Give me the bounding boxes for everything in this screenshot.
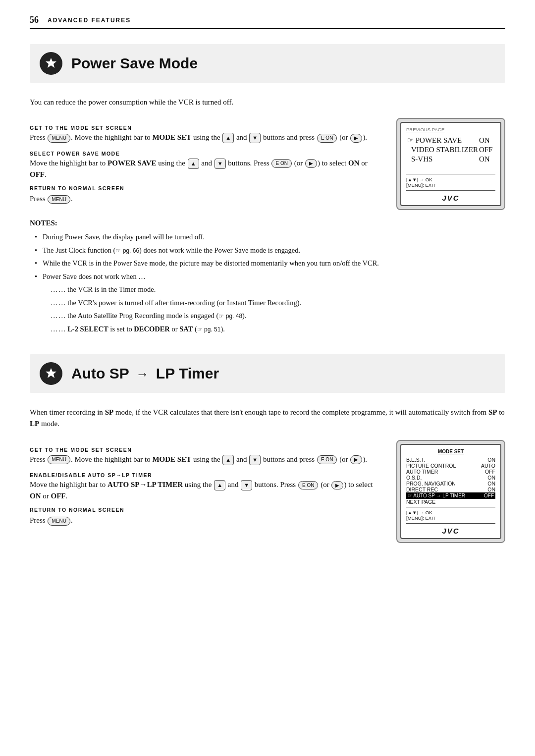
enter-key-s2-2: E ON — [298, 481, 318, 490]
notes-title-1: NOTES: — [30, 219, 505, 227]
screen2-row-autotimer: AUTO TIMER OFF — [406, 469, 495, 475]
screen2-value-autotimer: OFF — [478, 469, 495, 475]
screen2-label-best: B.E.S.T. — [406, 457, 478, 463]
screen2-label-picture: PICTURE CONTROL — [406, 463, 478, 469]
screen1-title: PREVIOUS PAGE — [406, 127, 495, 132]
screen2-label-directrec: DIRECT REC — [406, 486, 478, 492]
section2-screen: MODE SET B.E.S.T. ON PICTURE CONTROL AUT… — [396, 440, 505, 543]
screen2-table: B.E.S.T. ON PICTURE CONTROL AUTO AUTO TI… — [406, 457, 495, 505]
screen2-value-osd: ON — [478, 475, 495, 481]
ok-key-2: ▶ — [305, 159, 317, 168]
menu-key-s2-1: MENU — [48, 455, 70, 464]
screen2-label-autosplp: ☞ AUTO SP → LP TIMER — [406, 492, 478, 499]
section1-steps: GET TO THE MODE SET SCREEN Press MENU. M… — [30, 118, 381, 210]
sub-note-3: … the Auto Satellite Prog Recording mode… — [51, 309, 505, 322]
screen2-nav: [▲▼] → OK[MENU]: EXIT — [406, 507, 495, 521]
sub-note-4: … L-2 SELECT is set to DECODER or SAT (☞… — [51, 323, 505, 335]
step3-body: Press MENU. — [30, 193, 381, 205]
screen1-value-power-save: ON — [479, 136, 493, 145]
page-header: 56 ADVANCED FEATURES — [30, 15, 505, 29]
section1-notes: NOTES: During Power Save, the display pa… — [30, 219, 505, 336]
screen2-label-prognav: PROG. NAVIGATION — [406, 481, 478, 486]
screen2-row-best: B.E.S.T. ON — [406, 457, 495, 463]
enter-key-1: E ON — [317, 134, 337, 143]
notes-list-1: During Power Save, the display panel wil… — [30, 230, 505, 336]
ok-key-1: ▶ — [350, 134, 362, 143]
screen2-row-osd: O.S.D. ON — [406, 475, 495, 481]
screen1-label-video-stab: VIDEO STABILIZER — [407, 146, 478, 154]
screen1-row-power-save: ☞ POWER SAVE ON — [407, 136, 493, 145]
step2-2-body: Move the highlight bar to AUTO SP→LP TIM… — [30, 479, 381, 502]
step2-label: SELECT POWER SAVE MODE — [30, 151, 381, 157]
step1-body: Press MENU. Move the highlight bar to MO… — [30, 132, 381, 143]
screen2-value-directrec: ON — [478, 486, 495, 492]
star-icon-2 — [45, 367, 57, 380]
screen2-value-best: ON — [478, 457, 495, 463]
screen1-value-svhs: ON — [479, 155, 493, 163]
screen2-label-autotimer: AUTO TIMER — [406, 469, 478, 475]
screen2-row-picture: PICTURE CONTROL AUTO — [406, 463, 495, 469]
note-1-4: Power Save does not work when … … the VC… — [35, 270, 505, 336]
note-1-1: During Power Save, the display panel wil… — [35, 230, 505, 243]
screen2-row-prognav: PROG. NAVIGATION ON — [406, 481, 495, 486]
screen2-label-osd: O.S.D. — [406, 475, 478, 481]
ok-key-s2-1: ▶ — [350, 455, 362, 464]
sub-note-1: … the VCR is in the Timer mode. — [51, 283, 505, 296]
screen2-title: MODE SET — [406, 449, 495, 454]
screen1-label-svhs: S-VHS — [407, 155, 478, 163]
menu-key-s2-3: MENU — [48, 517, 70, 526]
step2-2-label: ENABLE/DISABLE AUTO SP→LP TIMER — [30, 472, 381, 478]
step1-label: GET TO THE MODE SET SCREEN — [30, 125, 381, 131]
section2-steps: GET TO THE MODE SET SCREEN Press MENU. M… — [30, 440, 381, 543]
section2-content: GET TO THE MODE SET SCREEN Press MENU. M… — [30, 440, 505, 543]
step2-body: Move the highlight bar to POWER SAVE usi… — [30, 158, 381, 181]
menu-key-1: MENU — [48, 134, 70, 143]
step2-1-label: GET TO THE MODE SET SCREEN — [30, 447, 381, 453]
star-icon-1 — [45, 57, 57, 70]
enter-key-s2-1: E ON — [317, 455, 337, 464]
step3-label: RETURN TO NORMAL SCREEN — [30, 185, 381, 191]
section1-content: GET TO THE MODE SET SCREEN Press MENU. M… — [30, 118, 505, 210]
screen2-row-autosplp: ☞ AUTO SP → LP TIMER OFF — [406, 492, 495, 499]
section2-title: Auto SP → LP Timer — [71, 365, 219, 382]
screen1-label-power-save: ☞ POWER SAVE — [407, 136, 478, 145]
screen-inner-2: MODE SET B.E.S.T. ON PICTURE CONTROL AUT… — [400, 444, 501, 539]
sub-notes-list: … the VCR is in the Timer mode. … the VC… — [43, 283, 505, 335]
note-1-3: While the VCR is in the Power Save mode,… — [35, 257, 505, 270]
arrow-icon: → — [136, 367, 149, 381]
ok-key-s2-2: ▶ — [331, 481, 343, 490]
screen2-row-directrec: DIRECT REC ON — [406, 486, 495, 492]
down-arrow-btn-s2-2: ▼ — [241, 480, 252, 490]
section1-intro: You can reduce the power consumption whi… — [30, 97, 505, 108]
screen2-value-nextpage — [478, 499, 495, 505]
down-arrow-btn-2: ▼ — [214, 159, 226, 169]
screen-outer-2: MODE SET B.E.S.T. ON PICTURE CONTROL AUT… — [396, 440, 505, 543]
section1-header: Power Save Mode — [30, 44, 505, 83]
advanced-features-label: ADVANCED FEATURES — [48, 17, 131, 24]
note-1-2: The Just Clock function (☞ pg. 66) does … — [35, 244, 505, 257]
star-badge-2 — [40, 362, 62, 385]
screen1-table: ☞ POWER SAVE ON VIDEO STABILIZER OFF S-V… — [406, 135, 494, 164]
step2-3-label: RETURN TO NORMAL SCREEN — [30, 507, 381, 513]
up-arrow-btn-2: ▲ — [188, 159, 199, 169]
menu-key-3: MENU — [48, 195, 70, 204]
enter-key-2: E ON — [271, 159, 291, 168]
screen1-value-video-stab: OFF — [479, 146, 493, 154]
section2-header: Auto SP → LP Timer — [30, 354, 505, 393]
sub-note-2: … the VCR's power is turned off after ti… — [51, 296, 505, 309]
down-arrow-btn-1: ▼ — [249, 133, 261, 143]
screen-inner-1: PREVIOUS PAGE ☞ POWER SAVE ON VIDEO STAB… — [400, 122, 501, 206]
star-badge-1 — [40, 52, 62, 75]
screen1-nav: [▲▼] → OK[MENU]: EXIT — [406, 174, 495, 188]
page-number: 56 — [30, 15, 39, 25]
screen2-value-prognav: ON — [478, 481, 495, 486]
screen1-row-svhs: S-VHS ON — [407, 155, 493, 163]
step2-3-body: Press MENU. — [30, 515, 381, 526]
svg-marker-1 — [46, 368, 56, 378]
screen2-value-picture: AUTO — [478, 463, 495, 469]
up-arrow-btn-1: ▲ — [222, 133, 234, 143]
step2-1-body: Press MENU. Move the highlight bar to MO… — [30, 454, 381, 465]
section1-title: Power Save Mode — [71, 55, 198, 72]
section2-intro: When timer recording in SP mode, if the … — [30, 407, 505, 430]
screen2-label-nextpage: NEXT PAGE — [406, 499, 478, 505]
